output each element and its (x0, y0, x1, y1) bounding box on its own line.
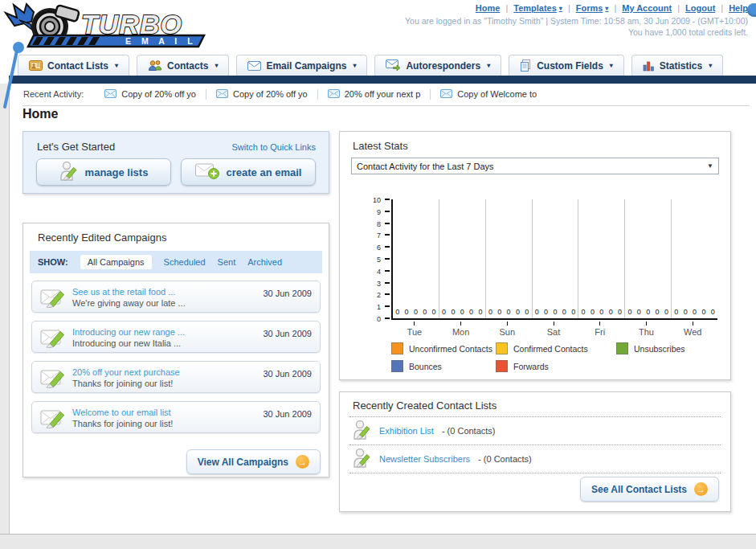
tab-label: Custom Fields (537, 60, 603, 72)
chart-value-labels: 00000 (439, 308, 485, 316)
contact-list-link[interactable]: Newsletter Subscribers (379, 454, 470, 464)
filter-all-campaigns[interactable]: All Campaigns (80, 255, 152, 269)
view-all-campaigns-button[interactable]: View All Campaigns → (186, 449, 321, 474)
nav-link-label: Forms (576, 3, 603, 13)
campaign-row-2[interactable]: 20% off your next purchaseThanks for joi… (31, 361, 321, 393)
value-label: 0 (627, 308, 631, 316)
campaign-row-1[interactable]: Introducing our new range ...Introducing… (31, 321, 321, 353)
show-label: SHOW: (38, 257, 68, 267)
envelope-pencil-icon (40, 286, 72, 308)
filter-archived[interactable]: Archived (247, 257, 282, 267)
y-axis-tick (385, 246, 390, 248)
statistics-icon (643, 60, 655, 72)
recent-activity-item-3[interactable]: Copy of Welcome to (430, 89, 546, 100)
chart-value-labels: 00000 (393, 308, 439, 316)
value-label: 0 (507, 308, 511, 316)
person-pencil-icon (353, 420, 371, 442)
help-bubble-icon[interactable] (747, 3, 756, 17)
campaign-row-0[interactable]: See us at the retail food ...We're givin… (31, 281, 321, 313)
campaign-title-link[interactable]: Introducing our new range ... (72, 327, 185, 337)
y-axis-tick-label: 5 (362, 256, 381, 264)
nav-link-my-account[interactable]: My Account (622, 3, 672, 13)
x-axis-tick (554, 322, 554, 326)
tab-contacts[interactable]: Contacts▾ (137, 55, 229, 76)
value-label: 0 (656, 308, 660, 316)
legend-swatch (616, 342, 628, 354)
manage-lists-button[interactable]: manage lists (36, 158, 171, 186)
y-axis-tick-label: 3 (362, 280, 381, 288)
recent-activity-item-1[interactable]: Copy of 20% off yo (206, 89, 317, 100)
contact-card-icon (29, 59, 43, 72)
contact-list-row-1[interactable]: Newsletter Subscribers- (0 Contacts) (340, 445, 730, 473)
campaign-date: 30 Jun 2009 (263, 409, 312, 419)
recent-activity-item-label: Copy of 20% off yo (233, 89, 308, 99)
chevron-down-icon: ▾ (559, 5, 562, 12)
chart-day-group-tue: 00000 (393, 199, 439, 318)
value-label: 0 (544, 308, 548, 316)
tab-email-campaigns[interactable]: Email Campaigns▾ (236, 55, 367, 76)
filter-sent[interactable]: Sent (218, 257, 236, 267)
page-title: Home (22, 107, 58, 121)
legend-label: Bounces (409, 362, 442, 371)
campaign-list: See us at the retail food ...We're givin… (23, 273, 329, 433)
chart-day-group-sat: 00000 (533, 199, 579, 318)
recent-activity-item-0[interactable]: Copy of 20% off yo (95, 89, 206, 100)
x-axis-label-text: Sat (530, 327, 577, 337)
tab-contact-lists[interactable]: Contact Lists▾ (18, 55, 129, 76)
tab-autoresponders[interactable]: Autoresponders▾ (374, 55, 501, 76)
login-info: You are logged in as "Timothy Smith" | S… (405, 16, 748, 26)
y-axis-tick (385, 293, 390, 295)
campaign-title-link[interactable]: Welcome to our email list (72, 408, 171, 417)
chart-day-group-fri: 00000 (578, 199, 625, 318)
filter-scheduled[interactable]: Scheduled (164, 257, 206, 267)
custom-fields-icon (520, 59, 532, 72)
value-label: 0 (553, 308, 557, 316)
nav-link-home[interactable]: Home (476, 3, 501, 13)
recent-activity-item-label: Copy of Welcome to (457, 89, 537, 99)
x-axis-label-fri: Fri (577, 322, 623, 337)
recent-activity-bar: Recent Activity: Copy of 20% off yoCopy … (10, 84, 756, 104)
legend-label: Unconfirmed Contacts (409, 344, 492, 354)
y-axis-tick-label: 6 (362, 244, 381, 252)
y-axis-tick (385, 270, 390, 272)
contact-list-row-0[interactable]: Exhibition List- (0 Contacts) (340, 417, 730, 445)
autoresponder-icon (386, 59, 401, 72)
chevron-down-icon: ▼ (707, 162, 713, 170)
value-label: 0 (535, 308, 539, 316)
tab-custom-fields[interactable]: Custom Fields▾ (509, 55, 624, 76)
campaign-title-link[interactable]: See us at the retail food ... (72, 287, 175, 297)
get-started-title: Let's Get Started (37, 141, 115, 153)
recent-activity-item-label: Copy of 20% off yo (121, 89, 196, 99)
nav-separator: | (677, 3, 680, 13)
x-axis-tick (693, 322, 693, 326)
recent-activity-item-2[interactable]: 20% off your next p (317, 89, 431, 100)
tab-label: Statistics (660, 60, 702, 72)
contacts-icon (148, 59, 162, 72)
y-axis-tick-label: 2 (362, 291, 381, 299)
campaign-title-link[interactable]: 20% off your next purchase (72, 367, 180, 377)
nav-divider-bar (9, 76, 756, 84)
value-label: 0 (516, 308, 520, 316)
envelope-icon (328, 89, 340, 100)
stats-period-select[interactable]: Contact Activity for the Last 7 Days ▼ (351, 158, 719, 174)
switch-quick-links[interactable]: Switch to Quick Links (231, 142, 316, 152)
nav-link-help[interactable]: Help (729, 3, 748, 13)
y-axis-tick (385, 211, 390, 212)
recent-campaigns-panel: Recently Edited Campaigns SHOW: All Camp… (22, 223, 329, 477)
see-all-contact-lists-button[interactable]: See All Contact Lists → (580, 477, 719, 502)
envelope-plus-icon (195, 162, 219, 182)
nav-link-templates[interactable]: Templates▾ (513, 3, 562, 13)
nav-link-logout[interactable]: Logout (685, 3, 715, 13)
page-left-margin (0, 84, 10, 549)
chevron-down-icon: ▾ (487, 62, 490, 69)
tab-label: Autoresponders (406, 60, 480, 72)
tab-statistics[interactable]: Statistics▾ (631, 55, 723, 76)
contact-list-link[interactable]: Exhibition List (379, 426, 434, 436)
nav-link-forms[interactable]: Forms▾ (576, 3, 609, 13)
app-logo: TURBO E M A I L (3, 2, 222, 51)
campaign-row-3[interactable]: Welcome to our email listThanks for join… (31, 401, 321, 433)
chart-value-labels: 00000 (578, 308, 624, 316)
value-label: 0 (442, 308, 446, 316)
create-email-button[interactable]: create an email (181, 158, 316, 186)
legend-swatch (496, 342, 508, 354)
